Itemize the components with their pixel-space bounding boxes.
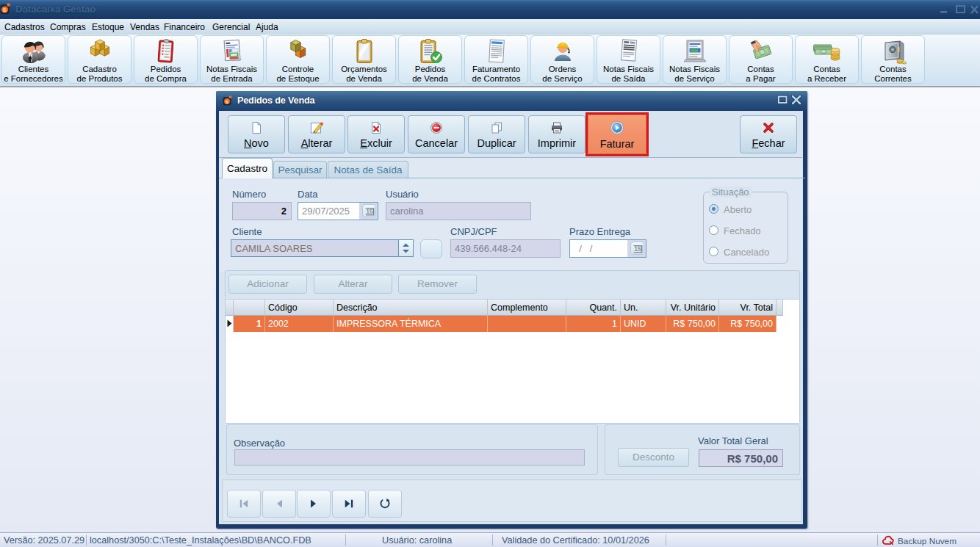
svg-text:15: 15 (366, 208, 373, 215)
svg-text:s: s (3, 6, 7, 13)
svg-text:s: s (226, 98, 228, 105)
svg-text:15: 15 (634, 245, 641, 253)
